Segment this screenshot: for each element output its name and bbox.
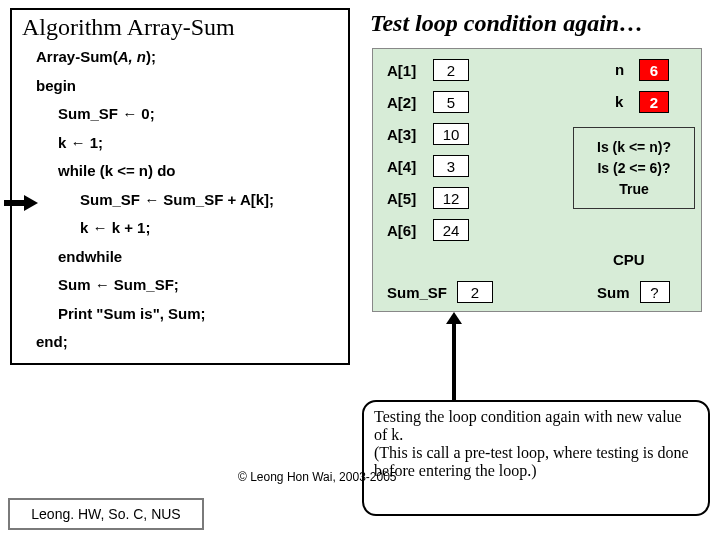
array-cell: 2 — [433, 59, 469, 81]
footer-attribution: Leong. HW, So. C, NUS — [8, 498, 204, 530]
callout-arrow-head-icon — [446, 312, 462, 324]
n-label: n — [615, 61, 624, 78]
array-label: A[2] — [387, 94, 425, 111]
array-label: A[6] — [387, 222, 425, 239]
condition-result: True — [619, 179, 649, 200]
algo-line: Sum_SF ← Sum_SF + A[k]; — [22, 186, 338, 215]
cpu-label: CPU — [613, 251, 645, 268]
state-panel: A[1] 2 A[2] 5 A[3] 10 A[4] 3 A[5] 12 A[6… — [372, 48, 702, 312]
array-cell: 5 — [433, 91, 469, 113]
algo-end: end; — [22, 328, 338, 357]
algo-line: k ← k + 1; — [22, 214, 338, 243]
slide-heading: Test loop condition again… — [370, 10, 643, 37]
array-label: A[5] — [387, 190, 425, 207]
algo-begin: begin — [22, 72, 338, 101]
k-cell: 2 — [639, 91, 669, 113]
algo-line: Print "Sum is", Sum; — [22, 300, 338, 329]
callout-box: Testing the loop condition again with ne… — [362, 400, 710, 516]
array-cell: 3 — [433, 155, 469, 177]
n-cell: 6 — [639, 59, 669, 81]
algorithm-title: Algorithm Array-Sum — [22, 14, 338, 41]
algo-line: k ← 1; — [22, 129, 338, 158]
algo-line: endwhile — [22, 243, 338, 272]
sum-cell: ? — [640, 281, 670, 303]
algo-line-current: while (k <= n) do — [22, 157, 338, 186]
array-row: A[2] 5 — [387, 91, 469, 113]
array-row: A[4] 3 — [387, 155, 469, 177]
k-label: k — [615, 93, 623, 110]
algo-signature: Array-Sum(A, n); — [22, 43, 338, 72]
condition-line: Is (k <= n)? — [597, 137, 671, 158]
array-cell: 10 — [433, 123, 469, 145]
array-label: A[3] — [387, 126, 425, 143]
sum-row: Sum ? — [597, 281, 670, 303]
array-label: A[4] — [387, 158, 425, 175]
array-row: A[5] 12 — [387, 187, 469, 209]
array-cell: 24 — [433, 219, 469, 241]
condition-box: Is (k <= n)? Is (2 <= 6)? True — [573, 127, 695, 209]
algorithm-box: Algorithm Array-Sum Array-Sum(A, n); beg… — [10, 8, 350, 365]
array-row: A[1] 2 — [387, 59, 469, 81]
array-cell: 12 — [433, 187, 469, 209]
sumsf-row: Sum_SF 2 — [387, 281, 493, 303]
sum-label: Sum — [597, 284, 630, 301]
copyright-text: © Leong Hon Wai, 2003-2005 — [238, 470, 397, 484]
algo-line: Sum ← Sum_SF; — [22, 271, 338, 300]
sumsf-label: Sum_SF — [387, 284, 447, 301]
sumsf-cell: 2 — [457, 281, 493, 303]
callout-arrow-icon — [452, 316, 456, 400]
callout-text: Testing the loop condition again with ne… — [374, 408, 689, 479]
array-label: A[1] — [387, 62, 425, 79]
array-row: A[6] 24 — [387, 219, 469, 241]
algo-line: Sum_SF ← 0; — [22, 100, 338, 129]
array-row: A[3] 10 — [387, 123, 469, 145]
condition-line: Is (2 <= 6)? — [597, 158, 670, 179]
